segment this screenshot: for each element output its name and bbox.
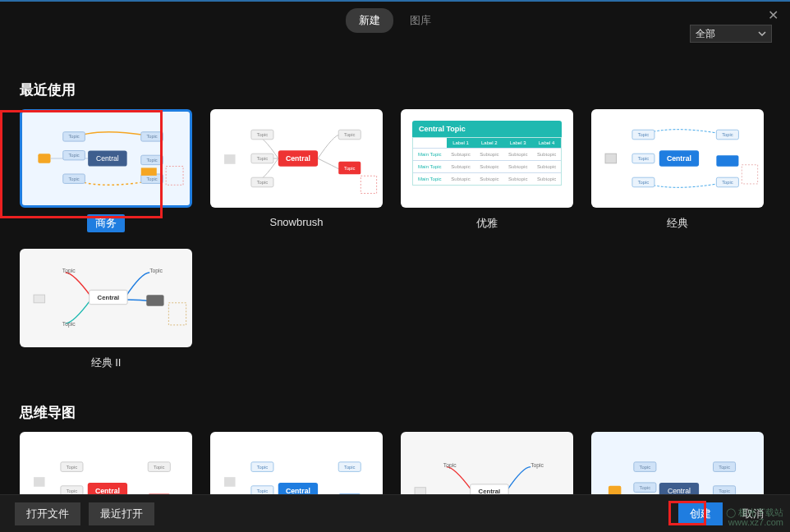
- template-thumb-snowbrush[interactable]: Central TopicTopicTopicTopic Topic: [210, 109, 383, 208]
- svg-text:Topic: Topic: [62, 268, 76, 274]
- svg-text:Topic: Topic: [719, 488, 730, 493]
- template-label: 商务: [87, 214, 125, 232]
- svg-text:Topic: Topic: [67, 465, 78, 470]
- template-card[interactable]: CentralTopicTopic: [401, 432, 573, 494]
- mindmap-grid: CentralTopicTopicTopic CentralTopicTopic…: [20, 432, 769, 494]
- svg-text:Topic: Topic: [62, 321, 76, 328]
- svg-text:Topic: Topic: [257, 132, 269, 137]
- svg-text:Central: Central: [668, 487, 691, 495]
- close-icon[interactable]: ✕: [764, 7, 782, 25]
- template-thumb-business[interactable]: Central TopicTopicTopic TopicTopicTopic: [20, 109, 192, 208]
- template-thumb-mm2[interactable]: CentralTopicTopicTopic: [210, 432, 383, 494]
- section-mindmap-title: 思维导图: [20, 403, 769, 422]
- recent-grid: Central TopicTopicTopic TopicTopicTopic …: [20, 109, 769, 372]
- svg-text:Topic: Topic: [68, 177, 79, 181]
- svg-text:Topic: Topic: [257, 156, 269, 161]
- tabs: 新建 图库: [346, 8, 444, 33]
- svg-text:Topic: Topic: [146, 134, 157, 139]
- svg-text:Topic: Topic: [257, 488, 269, 493]
- svg-text:Topic: Topic: [257, 180, 269, 185]
- svg-text:Topic: Topic: [722, 180, 733, 185]
- svg-rect-20: [224, 154, 236, 164]
- template-thumb-mm1[interactable]: CentralTopicTopicTopic: [20, 432, 192, 494]
- svg-text:Topic: Topic: [530, 462, 544, 469]
- svg-text:Central: Central: [286, 154, 310, 163]
- template-label: 优雅: [468, 214, 506, 232]
- svg-text:Topic: Topic: [719, 465, 730, 470]
- template-thumb-classic[interactable]: Central TopicTopicTopic TopicTopic: [591, 109, 764, 208]
- open-file-button[interactable]: 打开文件: [15, 502, 80, 525]
- svg-text:Topic: Topic: [149, 268, 163, 274]
- svg-text:Topic: Topic: [68, 134, 79, 139]
- template-card[interactable]: Central TopicTopicTopic TopicTopic 经典: [591, 109, 764, 232]
- svg-rect-80: [609, 486, 621, 494]
- template-scroll[interactable]: 最近使用 Central TopicTopicTopic: [0, 49, 783, 494]
- svg-text:Central: Central: [95, 487, 120, 495]
- template-card[interactable]: CentralTopicTopicTopic: [20, 432, 192, 494]
- bottombar: 打开文件 最近打开 创建 取消: [0, 494, 790, 532]
- svg-text:Topic: Topic: [344, 132, 356, 137]
- svg-text:Central: Central: [667, 154, 691, 163]
- svg-text:Topic: Topic: [68, 153, 79, 158]
- svg-text:Topic: Topic: [640, 465, 651, 470]
- template-card[interactable]: CentralTopicTopicTopic: [210, 432, 383, 494]
- svg-text:Central: Central: [96, 154, 119, 163]
- svg-text:Topic: Topic: [344, 465, 356, 470]
- template-card[interactable]: Central TopicTopicTopicTopic Topic Snowb…: [210, 109, 383, 232]
- template-thumb-classic2[interactable]: Central TopicTopic Topic: [20, 249, 192, 347]
- svg-rect-32: [605, 154, 617, 163]
- svg-text:Topic: Topic: [443, 462, 457, 469]
- svg-rect-65: [224, 477, 236, 487]
- template-thumb-elegant[interactable]: Central Topic Label 1 Label 2 Label 3 La…: [401, 109, 573, 208]
- svg-rect-17: [166, 167, 183, 186]
- svg-rect-16: [141, 167, 157, 176]
- template-card[interactable]: Central TopicTopic Topic 经典 II: [20, 249, 192, 372]
- svg-text:Topic: Topic: [638, 132, 650, 137]
- svg-text:Topic: Topic: [146, 158, 157, 163]
- svg-rect-0: [38, 154, 50, 163]
- template-label: Snowbrush: [261, 214, 331, 230]
- template-thumb-mm4[interactable]: CentralTopicTopicTopicTopic: [591, 432, 764, 494]
- svg-rect-46: [742, 165, 757, 184]
- svg-rect-31: [361, 176, 376, 193]
- template-label: 经典 II: [83, 354, 130, 372]
- svg-text:Topic: Topic: [640, 485, 651, 490]
- svg-rect-54: [168, 303, 186, 325]
- svg-text:Topic: Topic: [146, 177, 157, 181]
- svg-text:Topic: Topic: [638, 156, 650, 161]
- template-card[interactable]: Central TopicTopicTopic TopicTopicTopic …: [20, 109, 192, 232]
- template-card[interactable]: Central Topic Label 1 Label 2 Label 3 La…: [401, 109, 573, 232]
- svg-rect-75: [415, 488, 426, 494]
- svg-text:Topic: Topic: [638, 180, 650, 185]
- svg-text:Topic: Topic: [257, 465, 269, 470]
- template-label: 经典: [659, 214, 696, 232]
- svg-rect-50: [146, 295, 163, 306]
- tab-new[interactable]: 新建: [346, 8, 393, 33]
- svg-rect-55: [34, 477, 45, 487]
- svg-text:Central: Central: [98, 294, 120, 301]
- filter-label: 全部: [696, 27, 715, 41]
- svg-text:Topic: Topic: [344, 166, 356, 171]
- svg-rect-40: [716, 155, 738, 167]
- thumb-header: Central Topic: [412, 121, 562, 137]
- svg-rect-47: [34, 295, 45, 303]
- svg-text:Central: Central: [286, 487, 310, 495]
- svg-text:Topic: Topic: [722, 132, 733, 137]
- svg-text:Topic: Topic: [154, 465, 165, 470]
- cancel-button[interactable]: 取消: [731, 502, 775, 525]
- recent-open-button[interactable]: 最近打开: [89, 502, 154, 525]
- template-thumb-mm3[interactable]: CentralTopicTopic: [401, 432, 573, 494]
- topbar: 新建 图库 ✕ 全部: [0, 2, 790, 39]
- chevron-down-icon: [758, 30, 766, 38]
- template-card[interactable]: CentralTopicTopicTopicTopic: [591, 432, 764, 494]
- section-recent-title: 最近使用: [20, 80, 769, 99]
- svg-text:Topic: Topic: [67, 488, 78, 493]
- create-button[interactable]: 创建: [678, 502, 723, 525]
- svg-text:Central: Central: [479, 488, 501, 494]
- filter-dropdown[interactable]: 全部: [690, 25, 772, 43]
- tab-gallery[interactable]: 图库: [397, 8, 444, 33]
